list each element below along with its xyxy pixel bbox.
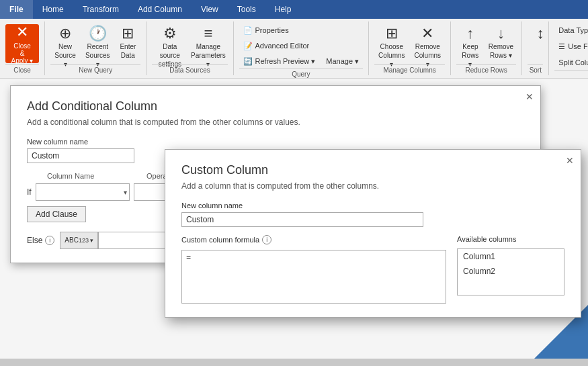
manage-parameters-button[interactable]: ≡ ManageParameters ▾ bbox=[189, 24, 227, 64]
data-type-label: Data Type: Any ▾ bbox=[558, 26, 588, 35]
remove-rows-label: RemoveRows ▾ bbox=[489, 42, 513, 60]
ribbon-group-query: 📄 Properties 📝 Advanced Editor 🔄 Refresh… bbox=[234, 21, 370, 75]
refresh-manage-row: 🔄 Refresh Preview ▾ Manage ▾ bbox=[239, 54, 364, 68]
remove-rows-button[interactable]: ↓ RemoveRows ▾ bbox=[486, 24, 517, 64]
split-group-row: Split Column ▾ Group By ↔ Replace Values bbox=[554, 55, 588, 70]
custom-new-col-label: New column name bbox=[181, 201, 564, 210]
else-type-num: 123 bbox=[79, 238, 89, 244]
else-type-abc: ABC bbox=[65, 237, 79, 244]
ribbon-group-data-sources: ⚙ Data sourcesettings ≡ ManageParameters… bbox=[146, 21, 233, 75]
data-sources-group-label: Data Sources bbox=[152, 64, 227, 74]
custom-dialog-subtitle: Add a column that is computed from the o… bbox=[181, 181, 564, 191]
enter-data-button[interactable]: ⊞ EnterData bbox=[115, 24, 140, 64]
data-type-button[interactable]: Data Type: Any ▾ bbox=[554, 23, 588, 38]
custom-right-panel: Available columns Column1 Column2 bbox=[457, 235, 564, 304]
sort-icon: ↕ bbox=[537, 26, 544, 41]
close-apply-label: Close &Apply ▾ bbox=[11, 42, 34, 64]
add-clause-button[interactable]: Add Clause bbox=[27, 206, 86, 222]
choose-columns-button[interactable]: ⊞ ChooseColumns ▾ bbox=[374, 24, 409, 64]
else-label: Else i bbox=[27, 236, 54, 245]
query-buttons-top: 📄 Properties 📝 Advanced Editor 🔄 Refresh… bbox=[239, 23, 364, 68]
tab-help[interactable]: Help bbox=[265, 0, 301, 19]
transform-group-label: Transform bbox=[554, 70, 588, 79]
ribbon-group-close: ✕ Close &Apply ▾ Close bbox=[0, 21, 45, 75]
available-cols-label: Available columns bbox=[457, 235, 564, 243]
formula-textarea[interactable]: = bbox=[181, 250, 446, 304]
custom-new-col-input[interactable] bbox=[181, 212, 423, 227]
tab-add-column[interactable]: Add Column bbox=[128, 0, 192, 19]
custom-left-panel: Custom column formula i = bbox=[181, 235, 446, 304]
new-query-buttons: ⊕ NewSource ▾ 🕐 RecentSources ▾ ⊞ EnterD… bbox=[50, 23, 140, 64]
use-first-row-label: Use First Row as Headers ▾ bbox=[568, 42, 588, 51]
split-column-button[interactable]: Split Column ▾ bbox=[554, 55, 588, 70]
ribbon-tabs: File Home Transform Add Column View Tool… bbox=[0, 0, 588, 19]
new-column-name-input[interactable] bbox=[27, 148, 134, 163]
keep-rows-icon: ↑ bbox=[466, 26, 474, 41]
conditional-dialog-title: Add Conditional Column bbox=[27, 99, 524, 113]
manage-label: Manage ▾ bbox=[326, 57, 359, 66]
new-source-icon: ⊕ bbox=[59, 26, 71, 41]
use-first-row-button[interactable]: ☰ Use First Row as Headers ▾ bbox=[554, 39, 588, 54]
keep-rows-button[interactable]: ↑ KeepRows ▾ bbox=[456, 24, 485, 64]
manage-button[interactable]: Manage ▾ bbox=[322, 54, 363, 68]
sort-group-label: Sort bbox=[528, 64, 543, 74]
column-item-2[interactable]: Column2 bbox=[458, 264, 564, 279]
recent-sources-button[interactable]: 🕐 RecentSources ▾ bbox=[81, 24, 114, 64]
use-first-row-icon: ☰ bbox=[558, 42, 565, 51]
manage-parameters-icon: ≡ bbox=[204, 26, 213, 41]
column-name-select-wrapper bbox=[36, 183, 130, 201]
column-name-select[interactable] bbox=[36, 183, 130, 201]
column-item-1[interactable]: Column1 bbox=[458, 249, 564, 264]
tab-home[interactable]: Home bbox=[33, 0, 73, 19]
advanced-editor-icon: 📝 bbox=[243, 42, 253, 50]
conditional-dialog-close[interactable]: ✕ bbox=[523, 90, 536, 103]
close-apply-button[interactable]: ✕ Close &Apply ▾ bbox=[5, 24, 39, 63]
main-area: ✕ Add Conditional Column Add a condition… bbox=[0, 79, 588, 359]
ribbon-group-transform: Data Type: Any ▾ ☰ Use First Row as Head… bbox=[549, 21, 588, 75]
data-sources-buttons: ⚙ Data sourcesettings ≡ ManageParameters… bbox=[152, 23, 227, 64]
reduce-rows-group-label: Reduce Rows bbox=[456, 64, 516, 74]
if-label: If bbox=[27, 187, 32, 197]
ribbon: File Home Transform Add Column View Tool… bbox=[0, 0, 588, 79]
choose-columns-icon: ⊞ bbox=[386, 26, 398, 41]
refresh-preview-icon: 🔄 bbox=[243, 57, 253, 66]
data-source-settings-button[interactable]: ⚙ Data sourcesettings bbox=[152, 24, 187, 64]
manage-columns-buttons: ⊞ ChooseColumns ▾ ✕ RemoveColumns ▾ bbox=[374, 23, 445, 64]
reduce-rows-buttons: ↑ KeepRows ▾ ↓ RemoveRows ▾ bbox=[456, 23, 516, 64]
close-buttons: ✕ Close &Apply ▾ bbox=[5, 23, 39, 64]
conditional-dialog-subtitle: Add a conditional column that is compute… bbox=[27, 118, 524, 127]
else-info-icon[interactable]: i bbox=[45, 236, 54, 245]
ribbon-content: ✕ Close &Apply ▾ Close ⊕ NewSource ▾ 🕐 R… bbox=[0, 19, 588, 78]
split-column-label: Split Column ▾ bbox=[558, 58, 588, 67]
query-group-label: Query bbox=[239, 68, 364, 78]
properties-icon: 📄 bbox=[243, 26, 253, 35]
ribbon-group-reduce-rows: ↑ KeepRows ▾ ↓ RemoveRows ▾ Reduce Rows bbox=[451, 21, 522, 75]
properties-button[interactable]: 📄 Properties bbox=[239, 23, 293, 38]
custom-dialog-close[interactable]: ✕ bbox=[563, 154, 577, 167]
available-columns-list: Column1 Column2 bbox=[457, 248, 564, 295]
properties-label: Properties bbox=[255, 26, 289, 34]
refresh-preview-button[interactable]: 🔄 Refresh Preview ▾ bbox=[239, 54, 320, 68]
transform-buttons: Data Type: Any ▾ ☰ Use First Row as Head… bbox=[554, 23, 588, 70]
remove-rows-icon: ↓ bbox=[497, 26, 505, 41]
tab-tools[interactable]: Tools bbox=[228, 0, 265, 19]
manage-columns-group-label: Manage Columns bbox=[374, 64, 445, 74]
new-column-name-label: New column name bbox=[27, 138, 524, 146]
enter-data-icon: ⊞ bbox=[122, 26, 134, 41]
custom-dialog-title: Custom Column bbox=[181, 163, 564, 177]
else-type-button[interactable]: ABC 123 ▾ bbox=[60, 232, 98, 249]
new-source-button[interactable]: ⊕ NewSource ▾ bbox=[50, 24, 80, 64]
refresh-preview-label: Refresh Preview ▾ bbox=[255, 57, 316, 66]
tab-file[interactable]: File bbox=[0, 0, 33, 19]
custom-dialog-body: Custom column formula i = Available colu… bbox=[181, 235, 564, 304]
tab-view[interactable]: View bbox=[192, 0, 228, 19]
remove-columns-icon: ✕ bbox=[421, 26, 433, 41]
tab-transform[interactable]: Transform bbox=[73, 0, 128, 19]
col-name-header: Column Name bbox=[47, 172, 141, 180]
ribbon-group-sort: ↕ Sort bbox=[522, 21, 549, 75]
advanced-editor-button[interactable]: 📝 Advanced Editor bbox=[239, 38, 314, 53]
formula-label-row: Custom column formula i bbox=[181, 235, 446, 244]
data-source-settings-icon: ⚙ bbox=[163, 26, 177, 41]
formula-info-icon[interactable]: i bbox=[262, 235, 271, 244]
remove-columns-button[interactable]: ✕ RemoveColumns ▾ bbox=[411, 24, 445, 64]
